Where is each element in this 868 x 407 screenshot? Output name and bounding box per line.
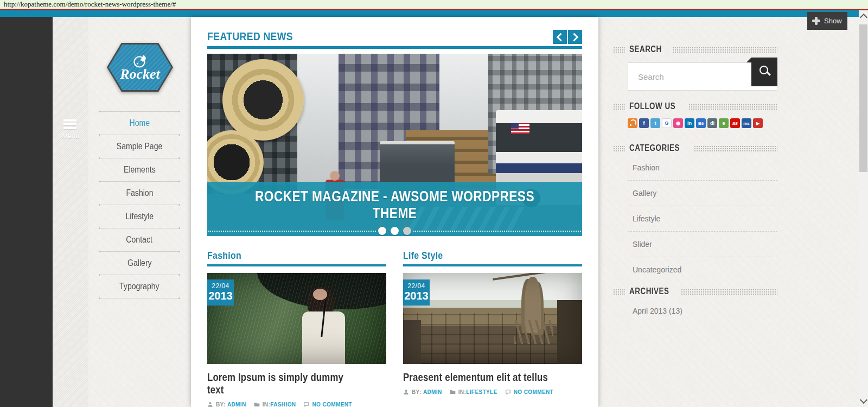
url-text: http://kopatheme.com/demo/rocket-news-wo… — [4, 0, 176, 8]
section-title[interactable]: Life Style — [403, 250, 443, 262]
twitter-icon[interactable]: t — [650, 118, 660, 128]
nav-separator — [100, 158, 179, 158]
scroll-down-icon[interactable] — [860, 396, 867, 404]
main-content-panel: FEATURED NEWS — [191, 17, 598, 407]
search-button[interactable] — [751, 58, 777, 86]
categories-widget-title: CATEGORIES — [613, 143, 777, 153]
rss-icon[interactable] — [628, 118, 637, 128]
scrollbar-thumb[interactable] — [859, 24, 867, 172]
search-widget: SEARCH — [628, 44, 777, 91]
fashion-post-image[interactable]: 22/04 2013 — [207, 273, 386, 364]
slider-dot-1[interactable] — [378, 227, 386, 235]
post-title[interactable]: Lorem Ipsum is simply dummy text — [207, 371, 358, 396]
featured-news-title: FEATURED NEWS — [207, 30, 293, 42]
top-teal-bar — [0, 10, 859, 17]
nav-item-sample-page[interactable]: Sample Page — [99, 135, 180, 158]
author-link[interactable]: ADMIN — [423, 389, 442, 395]
archives-widget: ARCHIVES April 2013 (13) — [628, 287, 777, 323]
browser-url-bar[interactable]: http://kopatheme.com/demo/rocket-news-wo… — [0, 0, 868, 9]
chevron-right-icon — [570, 33, 579, 41]
nav-item-home[interactable]: Home — [99, 112, 180, 135]
plus-icon — [812, 17, 820, 25]
search-box — [628, 62, 777, 91]
linkedin-icon[interactable]: in — [685, 118, 694, 128]
slider-prev-button[interactable] — [553, 30, 567, 44]
lifestyle-post-image[interactable]: 22/04 2013 — [403, 273, 582, 364]
show-panel-button[interactable]: Show — [807, 12, 847, 30]
nav-separator — [100, 111, 179, 112]
behance-icon[interactable]: Bē — [696, 118, 706, 128]
folder-icon — [254, 402, 260, 407]
category-item-gallery[interactable]: Gallery — [628, 181, 777, 206]
youtube-icon[interactable]: ▶ — [753, 118, 763, 128]
comment-icon — [303, 402, 310, 407]
nav-item-contact[interactable]: Contact — [99, 228, 180, 251]
nav-separator — [100, 228, 179, 228]
menu-label: Menu — [59, 132, 82, 140]
fashion-section: Fashion 22/04 2013 — [207, 250, 386, 407]
left-dark-rail — [0, 17, 53, 407]
author-icon — [403, 389, 410, 396]
main-navigation: Home Sample Page Elements Fashion Lifest… — [99, 111, 180, 298]
menu-strip: Menu — [53, 17, 88, 407]
hamburger-menu-icon[interactable] — [63, 119, 76, 131]
category-item-fashion[interactable]: Fashion — [628, 155, 777, 181]
follow-widget: FOLLOW US f t G ◉ in Bē di e as ms ▶ — [628, 101, 777, 128]
post-meta: BY: ADMIN IN:LIFESTYLE NO COMMENT — [403, 389, 582, 396]
category-item-slider[interactable]: Slider — [628, 232, 777, 257]
fashion-section-header: Fashion — [207, 250, 386, 266]
featured-news-header: FEATURED NEWS — [207, 30, 582, 49]
search-widget-title: SEARCH — [613, 44, 777, 54]
dribbble-icon[interactable]: ◉ — [673, 118, 683, 128]
archives-widget-title: ARCHIVES — [613, 287, 777, 296]
nav-item-gallery[interactable]: Gallery — [99, 252, 180, 275]
nav-item-fashion[interactable]: Fashion — [99, 182, 180, 205]
google-icon[interactable]: G — [662, 118, 672, 128]
nav-item-elements[interactable]: Elements — [99, 158, 180, 181]
nav-separator — [100, 251, 179, 252]
follow-widget-title: FOLLOW US — [613, 101, 777, 111]
myspace-icon[interactable]: ms — [742, 118, 751, 128]
category-link[interactable]: FASHION — [270, 402, 296, 407]
digg-icon[interactable]: di — [707, 118, 717, 128]
nav-item-lifestyle[interactable]: Lifestyle — [99, 205, 180, 228]
page-scrollbar[interactable] — [859, 10, 868, 407]
us-flag — [511, 123, 529, 134]
slider-pagination — [207, 227, 582, 235]
category-item-lifestyle[interactable]: Lifestyle — [628, 206, 777, 232]
category-item-uncategorized[interactable]: Uncategorized — [628, 257, 777, 282]
featured-slider[interactable]: ROCKET MAGAZINE - AWSOME WORDPRESS THEME… — [207, 54, 582, 236]
slider-arrows — [553, 30, 582, 44]
section-title[interactable]: Fashion — [207, 250, 241, 262]
folder-icon — [450, 389, 456, 396]
author-link[interactable]: ADMIN — [227, 402, 246, 407]
slider-dot-3[interactable] — [403, 227, 411, 235]
post-meta: BY: ADMIN IN:FASHION NO COMMENT — [207, 402, 386, 407]
search-icon — [760, 66, 768, 74]
slider-next-button[interactable] — [568, 30, 582, 44]
show-button-label: Show — [824, 17, 842, 25]
page-background: Menu Rocket Home Sample Page — [0, 17, 859, 407]
cable-spool — [222, 59, 304, 141]
slide-title[interactable]: ROCKET MAGAZINE - AWSOME WORDPRESS THEME — [237, 188, 552, 222]
category-link[interactable]: LIFESTYLE — [466, 389, 497, 395]
scroll-up-icon[interactable] — [860, 14, 867, 21]
slider-dot-2[interactable] — [391, 227, 399, 235]
left-sidebar: Rocket Home Sample Page Elements Fashion… — [88, 17, 191, 407]
categories-widget: CATEGORIES Fashion Gallery Lifestyle Sli… — [628, 143, 777, 282]
nav-separator — [100, 205, 179, 205]
lastfm-icon[interactable]: as — [730, 118, 740, 128]
post-title[interactable]: Praesent elementum elit at tellus — [403, 371, 548, 384]
archive-item-april-2013[interactable]: April 2013 (13) — [628, 298, 777, 323]
nav-item-typography[interactable]: Typography — [99, 275, 180, 298]
comments-link[interactable]: NO COMMENT — [312, 402, 352, 407]
lifestyle-section-header: Life Style — [403, 250, 582, 266]
comment-icon — [505, 389, 512, 396]
lifestyle-section: Life Style 22/04 2013 — [403, 250, 582, 407]
post-date-badge: 22/04 2013 — [403, 279, 430, 306]
evernote-icon[interactable]: e — [719, 118, 729, 128]
categories-list: Fashion Gallery Lifestyle Slider Uncateg… — [628, 155, 777, 282]
comments-link[interactable]: NO COMMENT — [514, 389, 553, 395]
site-logo[interactable]: Rocket — [107, 43, 173, 92]
facebook-icon[interactable]: f — [639, 118, 649, 128]
